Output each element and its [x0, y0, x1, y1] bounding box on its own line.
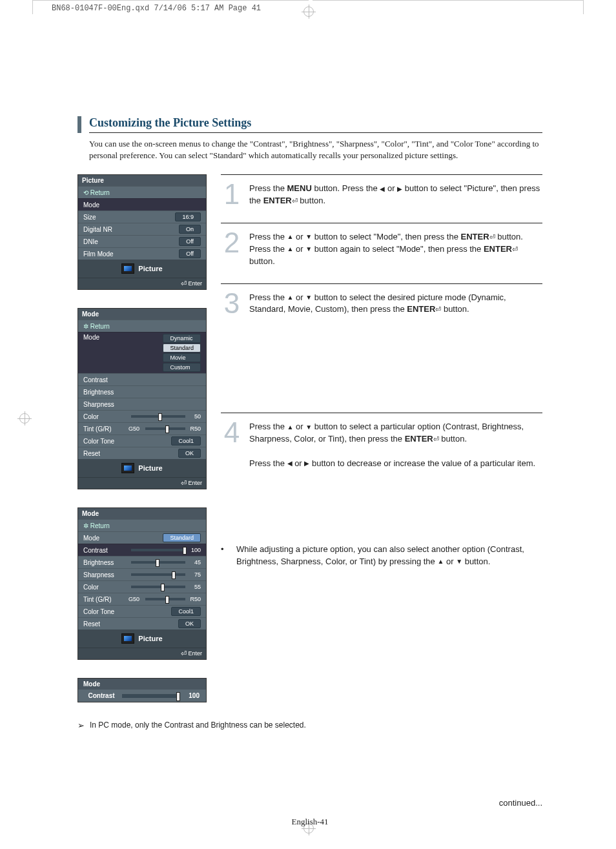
osd-row: Sharpness 75: [78, 568, 206, 580]
osd-item-label: Digital NR: [83, 226, 128, 233]
osd-title: Mode: [78, 309, 206, 320]
enter-icon: ⏎: [181, 479, 187, 487]
osd-row: Color Tone Cool1: [78, 435, 206, 447]
osd-title: Mode: [78, 679, 206, 690]
tint-left: G50: [128, 425, 143, 432]
osd-picture-menu: Picture ⟲ Return Mode Size 16:9 Digital …: [77, 174, 207, 290]
crop-mark: [583, 0, 584, 14]
osd-item-label: Mode: [83, 334, 128, 341]
gear-icon: ✲: [83, 522, 88, 529]
osd-enter-label: Enter: [188, 480, 202, 486]
enter-icon: ⏎: [181, 650, 187, 658]
intro-paragraph: You can use the on-screen menus to chang…: [89, 138, 542, 161]
osd-item-value: Standard: [163, 533, 201, 542]
up-arrow-icon: ▲: [287, 232, 294, 242]
osd-row-selected: Mode Dynamic Standard Movie Custom: [78, 332, 206, 373]
osd-item-value: On: [179, 225, 201, 234]
crop-mark: [313, 0, 584, 1]
osd-item-value: Off: [179, 237, 201, 246]
osd-item-value: Cool1: [171, 607, 201, 616]
page-footer: English-41: [291, 817, 328, 827]
osd-slider-value: 100: [188, 547, 201, 553]
osd-footer-label: Picture: [138, 464, 162, 472]
osd-item-label: Color: [83, 413, 128, 420]
up-arrow-icon: ▲: [287, 293, 294, 303]
osd-item-value: Cool1: [171, 436, 201, 445]
osd-item-label: Color Tone: [83, 608, 128, 615]
osd-return-row: ✲ Return: [78, 320, 206, 332]
osd-mode-menu-dropdown: Mode ✲ Return Mode Dynamic Standard Movi…: [77, 308, 207, 489]
osd-item-label: Size: [83, 214, 128, 221]
osd-slider: [131, 561, 185, 564]
mode-dropdown: Dynamic Standard Movie Custom: [163, 334, 201, 372]
osd-enter-hint: ⏎ Enter: [78, 477, 206, 489]
step-text: Press the MENU button. Press the ◀ or ▶ …: [249, 183, 542, 207]
pointer-icon: ➢: [77, 721, 85, 730]
down-arrow-icon: ▼: [305, 245, 312, 254]
osd-item-label: Tint (G/R): [83, 596, 128, 603]
osd-slider-value: 50: [188, 413, 201, 420]
up-arrow-icon: ▲: [287, 423, 294, 433]
osd-item-label: Sharpness: [83, 401, 128, 408]
step-number: 1: [221, 183, 243, 207]
osd-title: Mode: [78, 508, 206, 519]
osd-single-slider: Mode Contrast 100: [77, 678, 207, 702]
dropdown-option: Custom: [163, 363, 201, 372]
osd-slider: [131, 549, 185, 551]
step-1: 1 Press the MENU button. Press the ◀ or …: [221, 174, 542, 223]
continued-label: continued...: [499, 798, 542, 808]
osd-item-label: Contrast: [83, 376, 128, 384]
down-arrow-icon: ▼: [305, 232, 312, 242]
osd-enter-hint: ⏎ Enter: [78, 648, 206, 659]
osd-item-label: Brightness: [83, 389, 128, 396]
picture-icon: [121, 263, 134, 274]
step-number: 3: [221, 292, 243, 316]
note-text: While adjusting a picture option, you ca…: [236, 544, 542, 568]
step-number: 2: [221, 231, 243, 268]
osd-return-row: ⟲ Return: [78, 186, 206, 198]
crop-mark: [32, 0, 309, 1]
osd-footer: Picture: [78, 260, 206, 278]
osd-item-label: Reset: [83, 450, 128, 457]
osd-row: Tint (G/R) G50 R50: [78, 422, 206, 435]
print-header: BN68-01047F-00Eng.qxd 7/14/06 5:17 AM Pa…: [52, 4, 261, 13]
right-arrow-icon: ▶: [397, 185, 402, 194]
osd-return-label: Return: [90, 189, 110, 196]
osd-row: Brightness 45: [78, 556, 206, 568]
picture-icon: [121, 633, 134, 644]
dropdown-option-selected: Standard: [163, 343, 201, 353]
osd-enter-hint: ⏎ Enter: [78, 278, 206, 289]
down-arrow-icon: ▼: [456, 557, 462, 567]
pc-mode-note: ➢ In PC mode, only the Contrast and Brig…: [77, 721, 542, 730]
enter-icon: ⏎: [433, 435, 439, 445]
osd-enter-label: Enter: [188, 280, 202, 287]
mini-slider-label: Contrast: [85, 692, 118, 699]
enter-icon: ⏎: [435, 305, 441, 315]
osd-slider: [145, 598, 185, 600]
tint-left: G50: [128, 596, 143, 602]
up-arrow-icon: ▲: [437, 557, 444, 567]
osd-item-value: OK: [178, 449, 201, 458]
osd-row: Digital NR On: [78, 223, 206, 235]
dropdown-option: Movie: [163, 353, 201, 362]
osd-row: Mode Standard: [78, 531, 206, 544]
osd-mode-menu-sliders: Mode ✲ Return Mode Standard Contrast 100: [77, 507, 207, 660]
osd-row: Brightness: [78, 385, 206, 398]
note-bullet: • While adjusting a picture option, you …: [221, 544, 542, 568]
osd-row-selected: Mode: [78, 198, 206, 210]
osd-item-label: Film Mode: [83, 251, 128, 258]
osd-footer-label: Picture: [138, 635, 162, 642]
picture-icon: [121, 463, 134, 473]
osd-footer: Picture: [78, 629, 206, 648]
enter-icon: ⏎: [292, 196, 298, 207]
osd-row: Film Mode Off: [78, 247, 206, 260]
osd-row: Color Tone Cool1: [78, 605, 206, 617]
down-arrow-icon: ▼: [305, 293, 312, 303]
osd-row: Reset OK: [78, 447, 206, 459]
down-arrow-icon: ▼: [305, 423, 312, 433]
up-arrow-icon: ▲: [287, 245, 294, 254]
mini-slider-bar: [122, 694, 180, 698]
osd-row: Color 50: [78, 410, 206, 422]
osd-footer-label: Picture: [138, 265, 162, 272]
step-text: Press the ▲ or ▼ button to select the de…: [249, 292, 542, 316]
